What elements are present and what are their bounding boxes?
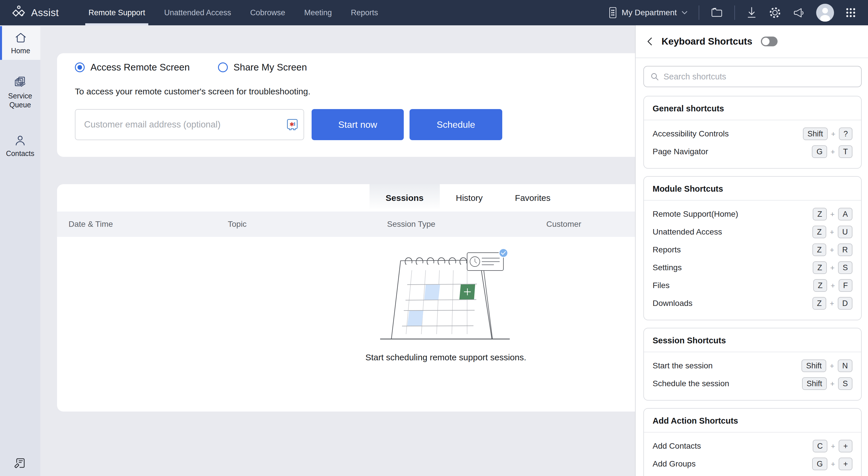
radio-share-my-screen[interactable]: Share My Screen	[218, 62, 307, 73]
back-chevron-icon[interactable]	[646, 36, 653, 47]
radio-label: Share My Screen	[234, 62, 307, 73]
download-icon[interactable]	[746, 6, 757, 19]
plus-separator: +	[831, 147, 835, 156]
department-selector[interactable]: My Department	[609, 6, 688, 19]
shortcut-label: Settings	[653, 263, 682, 272]
shortcut-keys: Z+F	[813, 279, 852, 292]
shortcut-keys: Shift+?	[803, 128, 852, 140]
shortcut-keys: Z+S	[813, 261, 852, 274]
shortcut-key: G	[812, 145, 827, 158]
tab-history[interactable]: History	[440, 184, 499, 211]
shortcut-key: D	[838, 297, 853, 310]
user-avatar[interactable]	[816, 4, 834, 22]
shortcut-label: Add Contacts	[653, 441, 701, 451]
apps-grid-icon[interactable]	[845, 7, 857, 19]
shortcut-row: Page Navigator G+T	[653, 143, 852, 161]
tab-favorites[interactable]: Favorites	[499, 184, 566, 211]
topnav-right-cluster: My Department	[609, 4, 857, 22]
customer-email-input[interactable]	[75, 109, 304, 140]
sidebar-item-label: Contacts	[6, 149, 35, 158]
active-nav-underline	[85, 23, 148, 25]
start-session-controls: ✱ Start now Schedule	[75, 109, 635, 140]
plus-separator: +	[830, 210, 835, 219]
keyboard-shortcuts-panel: Keyboard Shortcuts General shortcuts Acc…	[635, 25, 868, 476]
chevron-down-icon	[681, 11, 688, 15]
shortcut-keys: Z+A	[813, 208, 852, 220]
shortcut-key: R	[838, 243, 853, 256]
keyboard-shortcuts-toggle[interactable]	[761, 37, 778, 46]
shortcut-key: Z	[813, 261, 827, 274]
shortcut-row: Remote Support(Home) Z+A	[653, 205, 852, 223]
panel-title: Keyboard Shortcuts	[661, 36, 752, 47]
shortcut-section-card: Session Shortcuts Start the session Shif…	[643, 328, 862, 401]
section-title: Module Shortcuts	[644, 177, 861, 201]
shortcut-keys: Shift+S	[802, 377, 852, 390]
shortcut-key: G	[812, 457, 827, 470]
nav-meeting[interactable]: Meeting	[294, 0, 341, 25]
sidebar-item-home[interactable]: Home	[0, 26, 40, 60]
sidebar-item-service-queue[interactable]: Service Queue	[0, 70, 40, 114]
sidebar-item-contacts[interactable]: Contacts	[0, 129, 40, 163]
select-contact-icon[interactable]: ✱	[286, 118, 298, 132]
plus-separator: +	[830, 362, 834, 370]
sidebar-item-label: Home	[11, 46, 30, 55]
empty-calendar-illustration	[379, 248, 512, 343]
tab-sessions[interactable]: Sessions	[370, 184, 440, 211]
divider	[734, 5, 735, 20]
section-rows: Remote Support(Home) Z+A Unattended Acce…	[644, 201, 861, 320]
nav-remote-support[interactable]: Remote Support	[79, 0, 155, 25]
schedule-button[interactable]: Schedule	[409, 109, 502, 140]
plus-separator: +	[831, 281, 835, 290]
files-folder-icon[interactable]	[710, 7, 723, 19]
shortcut-row: Reports Z+R	[653, 241, 852, 259]
announcement-megaphone-icon[interactable]	[793, 6, 805, 19]
shortcut-sections: General shortcuts Accessibility Controls…	[636, 96, 868, 476]
sessions-card: Sessions History Favorites Date & Time T…	[57, 184, 635, 412]
empty-state: Start scheduling remote support sessions…	[351, 248, 541, 362]
brand[interactable]: Assist	[11, 5, 59, 20]
shortcut-row: Add Contacts C++	[653, 437, 852, 455]
shortcut-section-card: Module Shortcuts Remote Support(Home) Z+…	[643, 176, 862, 320]
left-sidebar: Home Service Queue Contacts	[0, 25, 40, 476]
radio-access-remote-screen[interactable]: Access Remote Screen	[75, 62, 190, 73]
nav-reports[interactable]: Reports	[341, 0, 388, 25]
shortcut-label: Add Groups	[653, 459, 695, 469]
shortcut-key: Shift	[803, 128, 828, 140]
shortcut-keys: Z+D	[812, 297, 852, 310]
radio-unselected-icon	[218, 63, 228, 72]
shortcut-label: Schedule the session	[653, 379, 729, 388]
radio-label: Access Remote Screen	[90, 62, 190, 73]
column-header-session-type: Session Type	[387, 219, 546, 229]
shortcut-key: F	[839, 279, 853, 292]
shortcut-key: T	[839, 145, 853, 158]
sidebar-item-label: Service Queue	[1, 92, 39, 109]
shortcut-key: U	[838, 226, 853, 238]
search-shortcuts-input[interactable]	[663, 72, 855, 81]
section-rows: Start the session Shift+N Schedule the s…	[644, 352, 861, 400]
shortcut-label: Files	[653, 281, 670, 290]
email-field-wrap: ✱	[75, 109, 304, 140]
shortcut-key: Z	[812, 243, 827, 256]
shortcut-key: N	[838, 360, 853, 372]
department-label: My Department	[622, 8, 677, 17]
section-title: General shortcuts	[644, 96, 861, 120]
shortcut-key: Z	[812, 226, 827, 238]
shortcut-row: Downloads Z+D	[653, 295, 852, 312]
shortcut-key: Shift	[802, 377, 827, 390]
shortcut-search	[643, 66, 862, 87]
settings-gear-icon[interactable]	[768, 6, 782, 19]
shortcut-keys: G++	[812, 457, 852, 470]
contacts-person-icon	[14, 135, 26, 146]
plus-separator: +	[831, 130, 835, 138]
nav-unattended-access[interactable]: Unattended Access	[155, 0, 241, 25]
primary-nav: Remote Support Unattended Access Cobrows…	[79, 0, 388, 25]
shortcut-section-card: Add Action Shortcuts Add Contacts C++ Ad…	[643, 408, 862, 476]
section-rows: Accessibility Controls Shift+? Page Navi…	[644, 120, 861, 168]
shortcut-key: S	[838, 261, 852, 274]
feedback-note-icon[interactable]	[0, 456, 40, 470]
start-now-button[interactable]: Start now	[312, 109, 404, 140]
nav-cobrowse[interactable]: Cobrowse	[241, 0, 295, 25]
shortcut-key: ?	[839, 128, 852, 140]
shortcut-keys: Z+U	[812, 226, 852, 238]
shortcut-row: Settings Z+S	[653, 259, 852, 277]
